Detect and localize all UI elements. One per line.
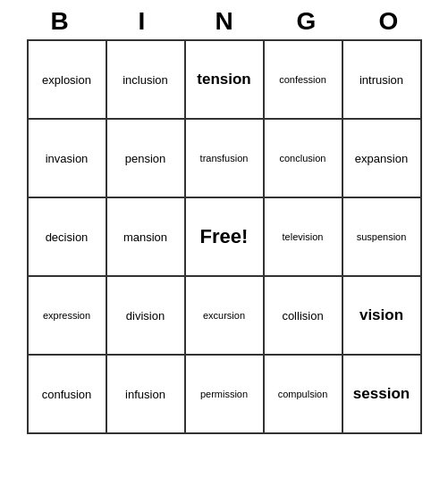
cell-text-20: confusion [42,388,92,401]
cell-text-8: conclusion [280,153,326,163]
cell-text-10: decision [46,230,89,244]
cell-text-21: infusion [125,388,165,401]
bingo-cell-18: collision [265,277,343,356]
bingo-cell-14: suspension [343,198,422,277]
cell-text-24: session [353,385,410,403]
bingo-cell-0: explosion [29,41,107,120]
bingo-cell-19: vision [343,277,422,356]
cell-text-12: Free! [200,225,249,248]
bingo-cell-2: tension [186,41,265,120]
bingo-cell-6: pension [107,120,186,198]
cell-text-22: permission [200,389,248,399]
bingo-grid: explosioninclusiontensionconfessionintru… [27,39,422,434]
bingo-cell-3: confession [265,41,343,120]
cell-text-6: pension [125,152,166,165]
cell-text-5: invasion [46,152,89,165]
bingo-cell-10: decision [29,198,107,277]
bingo-cell-24: session [343,356,422,434]
cell-text-23: compulsion [278,389,328,399]
bingo-cell-12: Free! [186,198,265,277]
bingo-cell-16: division [107,277,186,356]
cell-text-7: transfusion [200,153,249,163]
bingo-cell-11: mansion [107,198,186,277]
cell-text-4: intrusion [359,73,403,87]
cell-text-14: suspension [357,231,407,242]
header-letter-g: G [268,7,345,36]
bingo-cell-15: expression [29,277,107,356]
cell-text-9: expansion [355,152,408,165]
bingo-header: BINGO [19,0,430,39]
bingo-cell-23: compulsion [265,356,343,434]
bingo-cell-5: invasion [29,120,107,198]
cell-text-18: collision [282,309,323,323]
cell-text-2: tension [197,71,250,88]
bingo-cell-8: conclusion [265,120,343,198]
bingo-cell-22: permission [186,356,265,434]
cell-text-13: television [283,231,324,242]
cell-text-3: confession [279,74,326,85]
bingo-cell-20: confusion [29,356,107,434]
bingo-cell-7: transfusion [186,120,265,198]
header-letter-b: B [21,7,98,36]
cell-text-17: excursion [203,310,245,321]
cell-text-0: explosion [42,73,91,87]
bingo-cell-4: intrusion [343,41,422,120]
bingo-cell-13: television [265,198,343,277]
cell-text-15: expression [43,310,90,321]
cell-text-16: division [126,309,165,323]
header-letter-i: I [104,7,181,36]
header-letter-o: O [351,7,427,36]
header-letter-n: N [186,7,263,36]
bingo-cell-21: infusion [107,356,186,434]
cell-text-1: inclusion [123,73,168,87]
cell-text-11: mansion [123,230,167,244]
cell-text-19: vision [359,306,403,324]
bingo-cell-17: excursion [186,277,265,356]
bingo-cell-9: expansion [343,120,422,198]
bingo-cell-1: inclusion [107,41,186,120]
